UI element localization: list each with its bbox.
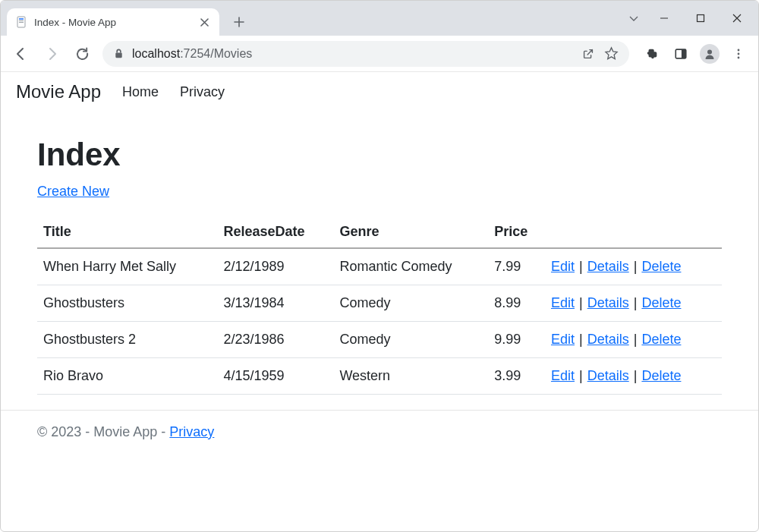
svg-point-9 [738, 49, 740, 51]
browser-toolbar: localhost:7254/Movies [1, 36, 758, 72]
svg-point-8 [707, 49, 712, 54]
toolbar-right-icons [637, 42, 751, 66]
col-genre: Genre [333, 216, 488, 248]
window-controls [623, 1, 758, 30]
browser-tab-title: Index - Movie App [34, 17, 198, 28]
site-navbar: Movie App Home Privacy [1, 72, 758, 112]
col-price: Price [488, 216, 545, 248]
delete-link[interactable]: Delete [641, 259, 681, 274]
delete-link[interactable]: Delete [641, 332, 681, 347]
url-host: localhost [132, 47, 180, 61]
window-minimize-button[interactable] [647, 7, 681, 30]
action-sep: | [629, 332, 642, 347]
url-text: localhost:7254/Movies [132, 47, 252, 61]
cell-releasedate: 3/13/1984 [217, 285, 333, 322]
col-title: Title [37, 216, 217, 248]
kebab-menu-icon[interactable] [726, 42, 751, 66]
back-button[interactable] [8, 41, 34, 67]
reload-button[interactable] [69, 41, 95, 67]
cell-genre: Comedy [333, 285, 488, 322]
table-row: When Harry Met Sally2/12/1989Romantic Co… [37, 248, 722, 285]
action-sep: | [629, 295, 642, 310]
browser-tab[interactable]: Index - Movie App [7, 8, 219, 36]
col-releasedate: ReleaseDate [217, 216, 333, 248]
details-link[interactable]: Details [587, 368, 629, 383]
details-link[interactable]: Details [587, 259, 629, 274]
action-sep: | [629, 259, 642, 274]
footer-privacy-link[interactable]: Privacy [169, 424, 214, 439]
nav-link-privacy[interactable]: Privacy [180, 84, 225, 100]
tab-search-chevron-icon[interactable] [623, 7, 644, 30]
action-sep: | [575, 332, 587, 347]
cell-title: Ghostbusters [37, 285, 217, 322]
bookmark-star-icon[interactable] [604, 46, 619, 61]
main-container: Index Create New Title ReleaseDate Genre… [1, 112, 758, 410]
tab-close-icon[interactable] [198, 16, 210, 28]
side-panel-icon[interactable] [669, 42, 693, 66]
details-link[interactable]: Details [587, 332, 629, 347]
cell-actions: Edit | Details | Delete [545, 285, 722, 322]
footer-text: © 2023 - Movie App - [37, 424, 169, 439]
table-row: Rio Bravo4/15/1959Western3.99Edit | Deta… [37, 358, 722, 395]
svg-point-10 [738, 52, 740, 55]
cell-releasedate: 2/12/1989 [217, 248, 333, 285]
cell-price: 9.99 [488, 322, 545, 358]
cell-price: 7.99 [488, 248, 545, 285]
action-sep: | [575, 295, 587, 310]
extensions-puzzle-icon[interactable] [640, 42, 664, 66]
brand[interactable]: Movie App [16, 81, 101, 102]
edit-link[interactable]: Edit [551, 332, 575, 347]
col-actions [545, 216, 722, 248]
svg-rect-5 [115, 53, 121, 58]
nav-link-home[interactable]: Home [122, 84, 159, 100]
delete-link[interactable]: Delete [641, 295, 681, 310]
table-header-row: Title ReleaseDate Genre Price [37, 216, 722, 248]
cell-title: Rio Bravo [37, 358, 217, 395]
cell-releasedate: 4/15/1959 [217, 358, 333, 395]
cell-releasedate: 2/23/1986 [217, 322, 333, 358]
delete-link[interactable]: Delete [641, 368, 681, 383]
svg-rect-7 [682, 49, 686, 58]
cell-price: 3.99 [488, 358, 545, 395]
edit-link[interactable]: Edit [551, 368, 575, 383]
action-sep: | [629, 368, 642, 383]
details-link[interactable]: Details [587, 295, 629, 310]
cell-actions: Edit | Details | Delete [545, 322, 722, 358]
svg-rect-4 [698, 15, 704, 22]
url-path: :7254/Movies [180, 47, 252, 61]
profile-avatar[interactable] [698, 42, 722, 66]
forward-button[interactable] [39, 41, 65, 67]
svg-rect-1 [19, 18, 24, 20]
svg-rect-2 [19, 20, 24, 21]
page: Movie App Home Privacy Index Create New … [1, 72, 758, 454]
cell-actions: Edit | Details | Delete [545, 358, 722, 395]
svg-rect-3 [19, 22, 24, 23]
share-icon[interactable] [581, 47, 595, 61]
movies-table: Title ReleaseDate Genre Price When Harry… [37, 216, 722, 395]
new-tab-button[interactable] [228, 11, 250, 33]
window-close-button[interactable] [720, 7, 754, 30]
edit-link[interactable]: Edit [551, 259, 575, 274]
browser-titlebar: Index - Movie App [1, 1, 758, 36]
cell-price: 8.99 [488, 285, 545, 322]
page-favicon-icon [16, 16, 28, 28]
browser-chrome: Index - Movie App [1, 1, 758, 72]
cell-genre: Comedy [333, 322, 488, 358]
lock-icon [113, 48, 124, 59]
table-row: Ghostbusters3/13/1984Comedy8.99Edit | De… [37, 285, 722, 322]
footer: © 2023 - Movie App - Privacy [1, 410, 758, 454]
window-maximize-button[interactable] [684, 7, 717, 30]
cell-actions: Edit | Details | Delete [545, 248, 722, 285]
cell-title: Ghostbusters 2 [37, 322, 217, 358]
cell-genre: Western [333, 358, 488, 395]
action-sep: | [575, 368, 587, 383]
table-row: Ghostbusters 22/23/1986Comedy9.99Edit | … [37, 322, 722, 358]
cell-title: When Harry Met Sally [37, 248, 217, 285]
edit-link[interactable]: Edit [551, 295, 575, 310]
address-bar[interactable]: localhost:7254/Movies [102, 41, 629, 67]
page-title: Index [37, 137, 722, 173]
action-sep: | [575, 259, 587, 274]
svg-point-11 [738, 56, 740, 58]
cell-genre: Romantic Comedy [333, 248, 488, 285]
create-new-link[interactable]: Create New [37, 184, 109, 199]
